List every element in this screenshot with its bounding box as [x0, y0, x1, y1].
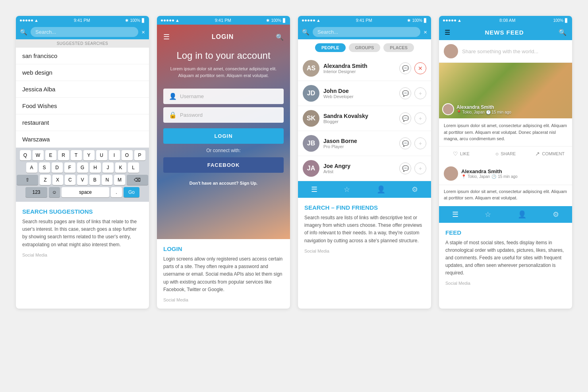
battery-icon: ▊ [142, 18, 145, 23]
card-text-feed: A staple of most social sites, feeds dis… [445, 239, 566, 277]
key-go[interactable]: Go [124, 187, 139, 197]
feed-search-icon[interactable]: 🔍 [559, 29, 567, 36]
status-time-3: 9:41 PM [356, 18, 372, 23]
tab-groups[interactable]: GROUPS [349, 43, 381, 52]
comment-button[interactable]: ↗ COMMENT [528, 149, 572, 158]
post2-time: 15 min ago [498, 174, 517, 179]
hamburger-icon[interactable]: ☰ [163, 33, 170, 41]
feed-nav-list-icon[interactable]: ☰ [452, 210, 458, 219]
key-v[interactable]: V [77, 175, 88, 185]
search-item[interactable]: Warszawa [16, 131, 149, 148]
add-button-1[interactable]: + [414, 87, 426, 99]
add-button-4[interactable]: + [414, 162, 426, 174]
key-q[interactable]: Q [20, 150, 31, 160]
share-button[interactable]: ○ SHARE [484, 149, 528, 158]
close-icon[interactable]: × [141, 29, 145, 35]
username-input[interactable] [180, 93, 278, 99]
like-button[interactable]: ♡ LIKE [439, 149, 484, 158]
phone-card-login: ▲ 9:41 PM ✱ 100% ▊ ☰ LOGIN 🔍 Log in to y… [157, 16, 290, 309]
chat-button-2[interactable]: 💬 [399, 112, 411, 124]
password-field-wrap: 🔒 [163, 107, 284, 123]
key-r[interactable]: R [58, 150, 69, 160]
tab-places[interactable]: PLACES [383, 43, 414, 52]
search-item[interactable]: san francisco [16, 48, 149, 64]
facebook-button[interactable]: FACEBOOK [163, 157, 284, 173]
key-o[interactable]: O [122, 150, 133, 160]
login-search-icon[interactable]: 🔍 [276, 33, 284, 41]
status-right-3: ✱ 100% ▊ [407, 18, 427, 23]
key-shift[interactable]: ⇧ [17, 175, 38, 185]
feed-nav-star-icon[interactable]: ☆ [485, 210, 491, 219]
search-input[interactable] [31, 27, 138, 37]
nav-star-icon[interactable]: ☆ [344, 185, 350, 194]
nav-list-icon[interactable]: ☰ [311, 185, 317, 194]
friend-name-0: Alexandra Smith [323, 63, 395, 69]
key-d[interactable]: D [52, 162, 63, 173]
key-t[interactable]: T [71, 150, 82, 160]
search-item[interactable]: Jessica Alba [16, 81, 149, 98]
friends-search-input[interactable] [313, 27, 420, 37]
key-k[interactable]: K [115, 162, 126, 173]
key-l[interactable]: L [128, 162, 139, 173]
key-b[interactable]: B [89, 175, 100, 185]
key-j[interactable]: J [103, 162, 114, 173]
post2-info: Alexandra Smith 📍 Tokio, Japan 🕐 15 min … [461, 168, 567, 179]
status-left-3: ▲ [302, 18, 321, 23]
share-placeholder[interactable]: Share something with the world... [462, 48, 567, 54]
chat-button-1[interactable]: 💬 [399, 87, 411, 99]
search-item[interactable]: restaurant [16, 114, 149, 131]
key-period[interactable]: . [111, 187, 122, 197]
phone-card-friends: ▲ 9:41 PM ✱ 100% ▊ 🔍 × PEOPLE GROUPS PLA… [298, 16, 431, 309]
key-u[interactable]: U [96, 150, 107, 160]
key-m[interactable]: M [114, 175, 125, 185]
key-n[interactable]: N [102, 175, 112, 185]
password-input[interactable] [180, 112, 278, 118]
add-button-3[interactable]: + [414, 137, 426, 149]
keyboard: Q W E R T Y U I O P A S D F G H [16, 148, 149, 202]
card-text-search: Search results pages are lists of links … [22, 218, 143, 249]
key-123[interactable]: 123 [25, 187, 47, 197]
card-desc-feed: FEED A staple of most social sites, feed… [439, 223, 572, 309]
key-g[interactable]: G [77, 162, 88, 173]
search-item[interactable]: Food Wishes [16, 98, 149, 114]
feed-nav-person-icon[interactable]: 👤 [518, 210, 526, 219]
signup-link[interactable]: Sign Up. [240, 181, 258, 185]
friends-close-icon[interactable]: × [424, 29, 427, 35]
chat-button-3[interactable]: 💬 [399, 137, 411, 149]
avatar-1: JD [303, 85, 319, 102]
key-w[interactable]: W [33, 150, 44, 160]
search-item[interactable]: web design [16, 64, 149, 81]
key-emoji[interactable]: ☺ [49, 187, 60, 197]
friend-info-0: Alexandra Smith Interior Designer [323, 63, 395, 74]
key-i[interactable]: I [109, 150, 120, 160]
nav-settings-icon[interactable]: ⚙ [412, 185, 418, 194]
key-s[interactable]: S [39, 162, 50, 173]
signal-dots-2 [161, 19, 174, 21]
key-backspace[interactable]: ⌫ [127, 175, 148, 185]
tab-people[interactable]: PEOPLE [315, 43, 346, 52]
chat-button-4[interactable]: 💬 [399, 162, 411, 174]
key-e[interactable]: E [45, 150, 56, 160]
key-f[interactable]: F [64, 162, 75, 173]
wifi-icon-4: ▲ [457, 18, 462, 23]
add-button-2[interactable]: + [414, 112, 426, 124]
key-c[interactable]: C [65, 175, 75, 185]
status-left: ▲ [20, 18, 39, 23]
post-user-info: Alexandra Smith 📍 Tokio, Japan 🕐 15 min … [456, 104, 511, 114]
bottom-nav-4: ☰ ☆ 👤 ⚙ [439, 206, 572, 223]
key-a[interactable]: A [26, 162, 37, 173]
key-z[interactable]: Z [40, 175, 50, 185]
key-p[interactable]: P [134, 150, 145, 160]
chat-button-0[interactable]: 💬 [399, 62, 411, 74]
remove-button-0[interactable]: ✕ [414, 62, 426, 74]
login-button[interactable]: LOGIN [163, 128, 284, 144]
key-h[interactable]: H [90, 162, 101, 173]
feed-menu-icon[interactable]: ☰ [445, 29, 450, 36]
nav-person-icon[interactable]: 👤 [377, 185, 385, 194]
key-space[interactable]: space [62, 187, 109, 197]
footer-text: Don't have an account? [190, 181, 239, 185]
key-x[interactable]: X [52, 175, 63, 185]
feed-nav-settings-icon[interactable]: ⚙ [553, 210, 559, 219]
bottom-nav-3: ☰ ☆ 👤 ⚙ [298, 181, 431, 198]
key-y[interactable]: Y [83, 150, 95, 160]
